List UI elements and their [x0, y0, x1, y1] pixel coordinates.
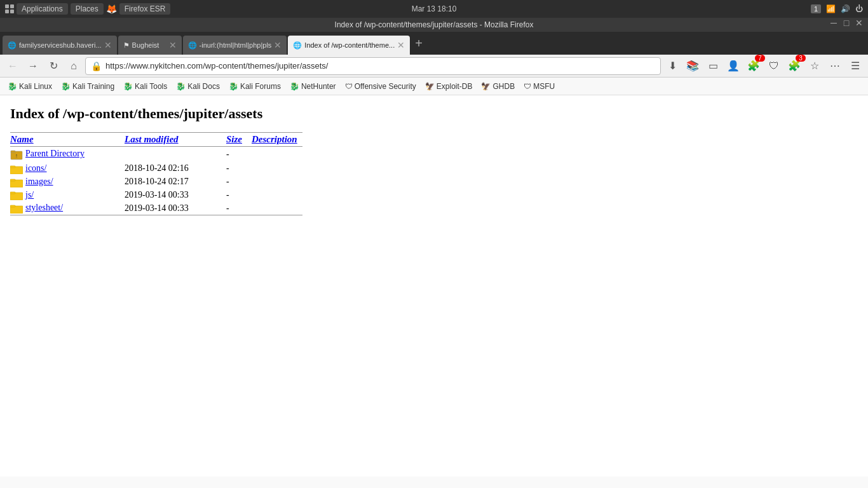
- window-maximize[interactable]: □: [841, 18, 851, 28]
- svg-rect-6: [10, 179, 15, 181]
- shield-button[interactable]: 🛡: [765, 57, 783, 75]
- entry-link-0[interactable]: ↑ Parent Directory: [10, 149, 85, 158]
- entry-link-3[interactable]: js/: [10, 190, 34, 200]
- bookmark-nethunter-label: NetHunter: [301, 82, 336, 91]
- window-minimize[interactable]: ─: [829, 18, 839, 28]
- tab-1-close[interactable]: ✕: [104, 41, 112, 50]
- tab-3-title: -inurl:(html|html|php|pls: [200, 41, 272, 49]
- tab-4-close[interactable]: ✕: [397, 41, 405, 50]
- os-taskbar-left: Applications Places 🦊 Firefox ESR: [5, 3, 170, 15]
- extension-badge-area: 🧩 7: [745, 57, 763, 75]
- page-content: Index of /wp-content/themes/jupiter/asse…: [0, 95, 868, 477]
- entry-link-4[interactable]: stylesheet/: [10, 203, 63, 212]
- entry-name-cell: icons/: [10, 162, 125, 175]
- svg-rect-8: [10, 192, 15, 194]
- kali-tools-icon: 🐉: [123, 82, 133, 91]
- tab-4-favicon: 🌐: [293, 41, 302, 50]
- url-input[interactable]: [105, 61, 655, 71]
- exploit-db-icon: 🦅: [425, 82, 435, 91]
- entry-size-cell: -: [226, 147, 252, 163]
- wifi-icon: 📶: [826, 4, 836, 13]
- tab-2-title: Bugheist: [132, 41, 166, 49]
- firefox-button[interactable]: Firefox ESR: [119, 3, 171, 15]
- tab-3-favicon: 🌐: [188, 41, 197, 50]
- bookmark-offensive-security[interactable]: 🛡 Offensive Security: [341, 81, 420, 92]
- sidebar-button[interactable]: ▭: [704, 57, 722, 75]
- extension-badge-2: 3: [796, 55, 806, 62]
- svg-rect-4: [10, 166, 15, 168]
- entry-desc-cell: [252, 147, 302, 163]
- tab-2-close[interactable]: ✕: [169, 41, 177, 50]
- bookmark-kali-training[interactable]: 🐉 Kali Training: [57, 81, 118, 92]
- bookmark-kali-training-label: Kali Training: [72, 82, 114, 91]
- msfu-icon: 🛡: [524, 82, 531, 91]
- download-area: ⬇: [663, 57, 681, 75]
- parent-dir-icon: ↑: [10, 148, 23, 161]
- offensive-security-icon: 🛡: [345, 82, 353, 91]
- sort-by-name-link[interactable]: Name: [10, 134, 34, 144]
- places-button[interactable]: Places: [71, 3, 104, 15]
- folder-icon: [10, 190, 23, 200]
- sort-by-desc-link[interactable]: Description: [252, 134, 297, 144]
- kali-docs-icon: 🐉: [176, 82, 186, 91]
- reload-button[interactable]: ↻: [44, 57, 62, 75]
- bookmark-kali-linux[interactable]: 🐉 Kali Linux: [4, 81, 56, 92]
- folder-icon: [10, 164, 23, 174]
- download-button[interactable]: ⬇: [663, 57, 681, 75]
- entry-size-cell: -: [226, 162, 252, 175]
- bookmark-ghdb[interactable]: 🦅 GHDB: [477, 81, 519, 92]
- os-taskbar-right: 1 📶 🔊 ⏻: [811, 4, 863, 13]
- entry-link-1[interactable]: icons/: [10, 163, 46, 173]
- entry-name-cell: images/: [10, 175, 125, 189]
- entry-name-cell: ↑ Parent Directory: [10, 147, 125, 163]
- table-row: stylesheet/2019-03-14 00:33-: [10, 201, 302, 215]
- directory-table: Name Last modified Size Description ↑ Pa…: [10, 132, 302, 215]
- sort-by-size-link[interactable]: Size: [226, 134, 242, 144]
- entry-desc-cell: [252, 201, 302, 215]
- menu-button[interactable]: ☰: [846, 57, 864, 75]
- bookmark-exploit-db[interactable]: 🦅 Exploit-DB: [421, 81, 477, 92]
- bookmark-kali-docs[interactable]: 🐉 Kali Docs: [172, 81, 224, 92]
- entry-name-cell: stylesheet/: [10, 201, 125, 215]
- more-button[interactable]: ⋯: [826, 57, 844, 75]
- volume-icon: 🔊: [841, 4, 850, 13]
- entry-link-2[interactable]: images/: [10, 177, 53, 186]
- home-button[interactable]: ⌂: [65, 57, 83, 75]
- app-grid-icon[interactable]: [5, 4, 14, 13]
- tab-3[interactable]: 🌐 -inurl:(html|html|php|pls ✕: [183, 36, 287, 55]
- tab-4-title: Index of /wp-content/theme...: [304, 41, 395, 49]
- tab-3-close[interactable]: ✕: [274, 41, 281, 50]
- column-header-size: Size: [226, 133, 252, 147]
- page-title: Index of /wp-content/themes/jupiter/asse…: [10, 105, 858, 122]
- window-close[interactable]: ✕: [854, 18, 864, 28]
- os-datetime: Mar 13 18:10: [412, 4, 457, 13]
- entry-modified-cell: 2018-10-24 02:17: [125, 175, 226, 189]
- folder-icon: [10, 203, 23, 214]
- tab-2[interactable]: ⚑ Bugheist ✕: [118, 36, 182, 55]
- sort-by-modified-link[interactable]: Last modified: [125, 134, 179, 144]
- tab-2-favicon: ⚑: [123, 41, 130, 50]
- workspace-indicator[interactable]: 1: [811, 4, 821, 13]
- bookmark-msfu-label: MSFU: [533, 82, 555, 91]
- nethunter-icon: 🐉: [290, 82, 299, 91]
- ghdb-icon: 🦅: [481, 82, 491, 91]
- bookmark-nethunter[interactable]: 🐉 NetHunter: [286, 81, 340, 92]
- bookmarks-list-button[interactable]: 📚: [684, 57, 702, 75]
- back-button[interactable]: ←: [4, 57, 22, 75]
- bookmark-exploit-db-label: Exploit-DB: [437, 82, 473, 91]
- entry-modified-cell: [125, 147, 226, 163]
- profile-button[interactable]: 👤: [724, 57, 742, 75]
- address-bar[interactable]: 🔒: [85, 57, 661, 75]
- table-row: ↑ Parent Directory-: [10, 147, 302, 163]
- bookmark-kali-forums[interactable]: 🐉 Kali Forums: [225, 81, 285, 92]
- svg-rect-10: [10, 205, 15, 207]
- new-tab-button[interactable]: +: [411, 36, 426, 51]
- tab-1[interactable]: 🌐 familyserviceshub.haveri... ✕: [3, 36, 117, 55]
- applications-button[interactable]: Applications: [17, 3, 68, 15]
- bookmark-star-button[interactable]: ☆: [806, 57, 824, 75]
- column-header-modified: Last modified: [125, 133, 226, 147]
- forward-button[interactable]: →: [24, 57, 42, 75]
- bookmark-msfu[interactable]: 🛡 MSFU: [520, 81, 559, 92]
- tab-4[interactable]: 🌐 Index of /wp-content/theme... ✕: [288, 36, 410, 55]
- bookmark-kali-tools[interactable]: 🐉 Kali Tools: [119, 81, 171, 92]
